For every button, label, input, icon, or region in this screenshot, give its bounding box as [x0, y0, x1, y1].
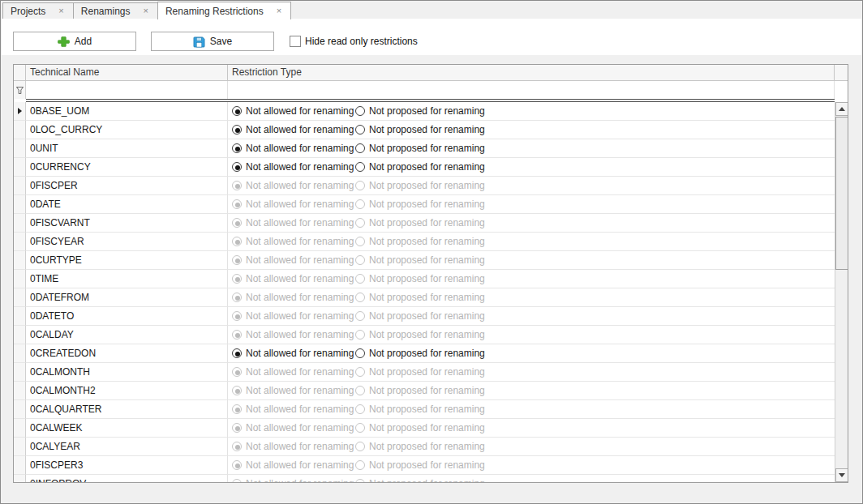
technical-name-cell[interactable]: 0UNIT — [26, 139, 228, 158]
radio-not-allowed[interactable]: Not allowed for renaming — [232, 254, 355, 266]
radio-not-proposed[interactable]: Not proposed for renaming — [355, 385, 485, 396]
table-row[interactable]: 0CALMONTH Not allowed for renaming Not p… — [14, 363, 835, 382]
radio-not-proposed-circle[interactable] — [355, 162, 365, 172]
radio-not-allowed-circle[interactable] — [232, 311, 242, 321]
radio-not-proposed[interactable]: Not proposed for renaming — [355, 404, 485, 415]
radio-not-allowed-circle[interactable] — [232, 348, 242, 358]
radio-not-allowed-circle[interactable] — [232, 274, 242, 284]
technical-name-cell[interactable]: 0DATE — [26, 195, 228, 214]
radio-not-proposed[interactable]: Not proposed for renaming — [355, 161, 485, 173]
radio-not-allowed[interactable]: Not allowed for renaming — [232, 422, 355, 434]
technical-name-cell[interactable]: 0CALWEEK — [26, 419, 228, 438]
technical-name-cell[interactable]: 0CALQUARTER — [26, 400, 228, 419]
technical-name-cell[interactable]: 0FISCPER — [26, 177, 228, 195]
radio-not-proposed-circle[interactable] — [355, 106, 365, 116]
radio-not-allowed-circle[interactable] — [232, 199, 242, 209]
technical-name-cell[interactable]: 0CREATEDON — [26, 344, 228, 363]
radio-not-proposed-circle[interactable] — [355, 199, 365, 209]
radio-not-proposed-circle[interactable] — [355, 330, 365, 340]
radio-not-allowed[interactable]: Not allowed for renaming — [232, 199, 355, 210]
radio-not-allowed-circle[interactable] — [232, 181, 242, 190]
table-row[interactable]: 0FISCPER Not allowed for renaming Not pr… — [14, 177, 835, 195]
table-row[interactable]: 0FISCPER3 Not allowed for renaming Not p… — [14, 456, 835, 475]
radio-not-proposed-circle[interactable] — [355, 479, 365, 482]
filter-input-technical-name[interactable] — [26, 81, 227, 99]
radio-not-proposed-circle[interactable] — [355, 181, 365, 190]
table-row[interactable]: 0CALQUARTER Not allowed for renaming Not… — [14, 400, 835, 419]
vertical-scrollbar[interactable] — [835, 102, 848, 482]
radio-not-proposed[interactable]: Not proposed for renaming — [355, 199, 485, 210]
radio-not-allowed-circle[interactable] — [232, 143, 242, 153]
radio-not-allowed[interactable]: Not allowed for renaming — [232, 385, 355, 396]
radio-not-allowed[interactable]: Not allowed for renaming — [232, 441, 355, 452]
radio-not-proposed[interactable]: Not proposed for renaming — [355, 180, 485, 191]
technical-name-cell[interactable]: 0CALMONTH2 — [26, 382, 228, 400]
filter-cell-restriction-type[interactable] — [228, 81, 835, 99]
radio-not-allowed-circle[interactable] — [232, 404, 242, 414]
technical-name-cell[interactable]: 0CURRENCY — [26, 158, 228, 177]
radio-not-proposed[interactable]: Not proposed for renaming — [355, 422, 485, 434]
radio-not-proposed[interactable]: Not proposed for renaming — [355, 441, 485, 452]
technical-name-cell[interactable]: 0CALYEAR — [26, 438, 228, 456]
radio-not-proposed-circle[interactable] — [355, 143, 365, 153]
table-row[interactable]: 0DATETO Not allowed for renaming Not pro… — [14, 307, 835, 326]
radio-not-proposed-circle[interactable] — [355, 255, 365, 265]
table-row[interactable]: 0CURRENCY Not allowed for renaming Not p… — [14, 158, 835, 177]
radio-not-allowed[interactable]: Not allowed for renaming — [232, 404, 355, 415]
table-row[interactable]: 0FISCYEAR Not allowed for renaming Not p… — [14, 233, 835, 251]
radio-not-proposed[interactable]: Not proposed for renaming — [355, 478, 485, 482]
add-button[interactable]: Add — [13, 32, 136, 51]
radio-not-proposed[interactable]: Not proposed for renaming — [355, 329, 485, 340]
radio-not-allowed[interactable]: Not allowed for renaming — [232, 478, 355, 482]
table-row[interactable]: 0UNIT Not allowed for renaming Not propo… — [14, 139, 835, 158]
technical-name-cell[interactable]: 0CALMONTH — [26, 363, 228, 382]
technical-name-cell[interactable]: 0DATEFROM — [26, 288, 228, 307]
technical-name-cell[interactable]: 0FISCYEAR — [26, 233, 228, 251]
radio-not-proposed-circle[interactable] — [355, 293, 365, 302]
table-row[interactable]: 0CALYEAR Not allowed for renaming Not pr… — [14, 438, 835, 456]
radio-not-allowed[interactable]: Not allowed for renaming — [232, 161, 355, 173]
table-row[interactable]: 0CALDAY Not allowed for renaming Not pro… — [14, 326, 835, 344]
radio-not-proposed[interactable]: Not proposed for renaming — [355, 273, 485, 284]
technical-name-cell[interactable]: 0INFOPROV — [26, 475, 228, 482]
radio-not-allowed[interactable]: Not allowed for renaming — [232, 292, 355, 303]
radio-not-proposed[interactable]: Not proposed for renaming — [355, 254, 485, 266]
technical-name-cell[interactable]: 0FISCPER3 — [26, 456, 228, 475]
radio-not-proposed[interactable]: Not proposed for renaming — [355, 217, 485, 229]
tab-close-icon[interactable]: × — [142, 6, 150, 16]
radio-not-allowed[interactable]: Not allowed for renaming — [232, 217, 355, 229]
radio-not-proposed[interactable]: Not proposed for renaming — [355, 236, 485, 247]
table-row[interactable]: 0INFOPROV Not allowed for renaming Not p… — [14, 475, 835, 482]
radio-not-allowed[interactable]: Not allowed for renaming — [232, 124, 355, 135]
table-row[interactable]: 0FISCVARNT Not allowed for renaming Not … — [14, 214, 835, 233]
radio-not-allowed-circle[interactable] — [232, 367, 242, 377]
radio-not-allowed-circle[interactable] — [232, 423, 242, 433]
radio-not-allowed-circle[interactable] — [232, 106, 242, 116]
radio-not-allowed-circle[interactable] — [232, 293, 242, 302]
radio-not-allowed[interactable]: Not allowed for renaming — [232, 143, 355, 154]
radio-not-proposed-circle[interactable] — [355, 274, 365, 284]
scrollbar-thumb[interactable] — [835, 117, 848, 270]
radio-not-allowed-circle[interactable] — [232, 255, 242, 265]
table-row[interactable]: 0LOC_CURRCY Not allowed for renaming Not… — [14, 121, 835, 139]
radio-not-proposed[interactable]: Not proposed for renaming — [355, 366, 485, 378]
radio-not-allowed[interactable]: Not allowed for renaming — [232, 366, 355, 378]
radio-not-allowed-circle[interactable] — [232, 330, 242, 340]
radio-not-allowed[interactable]: Not allowed for renaming — [232, 348, 355, 359]
radio-not-allowed[interactable]: Not allowed for renaming — [232, 273, 355, 284]
radio-not-allowed[interactable]: Not allowed for renaming — [232, 105, 355, 117]
column-header-technical-name[interactable]: Technical Name — [26, 65, 228, 81]
radio-not-allowed[interactable]: Not allowed for renaming — [232, 310, 355, 322]
save-button[interactable]: Save — [151, 32, 274, 51]
radio-not-proposed[interactable]: Not proposed for renaming — [355, 143, 485, 154]
radio-not-allowed[interactable]: Not allowed for renaming — [232, 236, 355, 247]
technical-name-cell[interactable]: 0BASE_UOM — [26, 102, 228, 121]
radio-not-proposed[interactable]: Not proposed for renaming — [355, 459, 485, 471]
radio-not-proposed-circle[interactable] — [355, 237, 365, 246]
tab-renamings[interactable]: Renamings × — [73, 2, 158, 19]
radio-not-proposed-circle[interactable] — [355, 311, 365, 321]
radio-not-allowed-circle[interactable] — [232, 479, 242, 482]
radio-not-allowed-circle[interactable] — [232, 237, 242, 246]
radio-not-proposed-circle[interactable] — [355, 460, 365, 470]
technical-name-cell[interactable]: 0FISCVARNT — [26, 214, 228, 233]
